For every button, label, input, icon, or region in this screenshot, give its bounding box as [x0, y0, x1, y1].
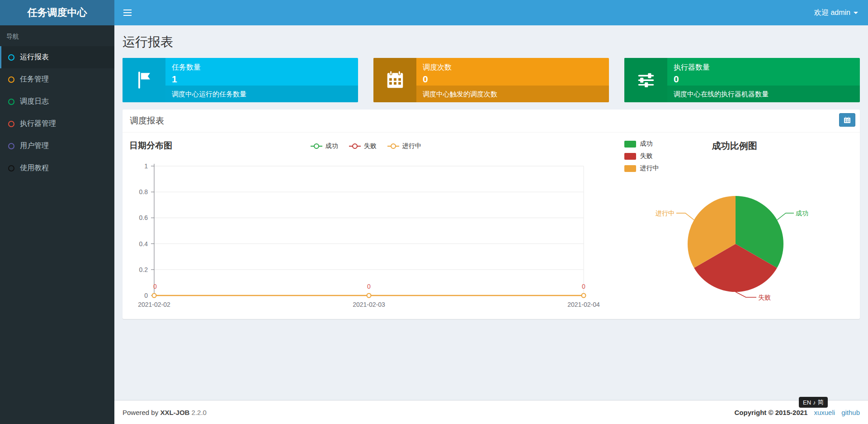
stat-card-job-count: 任务数量 1 调度中心运行的任务数量 [123, 58, 358, 102]
pie-chart-title: 成功比例图 [609, 140, 860, 152]
pie-slices[interactable] [688, 196, 783, 292]
legend-item-in-progress[interactable]: 进行中 [387, 142, 421, 150]
y-tick-label: 0.2 [139, 266, 148, 273]
stat-card-executor-count: 执行器数量 0 调度中心在线的执行器机器数量 [624, 58, 860, 102]
x-tick-label: 2021-02-04 [567, 301, 600, 308]
sidebar-item-job-management[interactable]: 任务管理 [0, 68, 114, 91]
dispatch-report-panel: 调度报表 日期分布 [123, 110, 860, 319]
sidebar-item-tutorial[interactable]: 使用教程 [0, 157, 114, 179]
stat-card-body: 调度次数 0 调度中心触发的调度次数 [416, 58, 609, 102]
sidebar-item-user-management[interactable]: 用户管理 [0, 135, 114, 157]
point-label: 0 [582, 283, 585, 290]
footer-powered-by: Powered by XXL-JOB 2.2.0 [123, 409, 207, 416]
stat-card-value: 1 [172, 74, 352, 85]
footer-copyright: Copyright © 2015-2021 xuxueli github [734, 409, 860, 416]
circle-outline-icon [8, 121, 14, 127]
legend-label: 进行中 [402, 142, 421, 150]
y-tick-label: 0 [144, 292, 148, 299]
product-name: XXL-JOB [160, 409, 189, 416]
hamburger-icon[interactable] [114, 0, 141, 25]
panel-title: 调度报表 [130, 115, 164, 127]
legend-label: 成功 [326, 142, 338, 150]
stat-card-value: 0 [423, 74, 603, 85]
sidebar-item-label: 任务管理 [20, 75, 49, 84]
stat-cards-row: 任务数量 1 调度中心运行的任务数量 [123, 58, 860, 102]
stat-card-body: 执行器数量 0 调度中心在线的执行器机器数量 [667, 58, 860, 102]
y-tick-label: 0.8 [139, 188, 148, 195]
circle-outline-icon [8, 76, 14, 83]
stat-card-label: 执行器数量 [674, 63, 854, 72]
sidebar-section-label: 导航 [0, 25, 114, 46]
legend-label: 失败 [364, 142, 377, 150]
stat-card-dispatch-count: 调度次数 0 调度中心触发的调度次数 [373, 58, 609, 102]
calendar-icon [844, 116, 851, 124]
line-marker-icon [311, 146, 322, 147]
stat-card-label: 任务数量 [172, 63, 352, 72]
sliders-icon [624, 58, 667, 102]
point-label: 0 [367, 283, 371, 290]
ime-indicator: EN ♪ 简 [799, 397, 828, 408]
user-menu[interactable]: 欢迎 admin [804, 0, 868, 25]
sidebar-item-label: 执行器管理 [20, 119, 56, 129]
navbar: 欢迎 admin [114, 0, 868, 25]
flag-icon [123, 58, 165, 102]
sidebar-item-label: 调度日志 [20, 97, 49, 106]
y-tick-label: 1 [144, 162, 148, 170]
pie-label-fail: 失败 [758, 294, 771, 301]
line-chart-header: 日期分布图 成功 失败 进 [123, 133, 609, 152]
stat-card-description: 调度中心运行的任务数量 [165, 86, 358, 102]
legend-item-success[interactable]: 成功 [311, 142, 338, 150]
line-marker-icon [387, 146, 399, 147]
github-link[interactable]: github [841, 409, 860, 416]
sidebar-menu: 运行报表 任务管理 调度日志 执行器管理 用户管理 使用教程 [0, 46, 114, 179]
success-ratio-chart: 成功 失败 进行中 成功比例图 [609, 133, 860, 315]
panel-body: 日期分布图 成功 失败 进 [123, 133, 860, 319]
x-tick-label: 2021-02-02 [138, 301, 170, 308]
legend-item-fail[interactable]: 失败 [624, 152, 659, 160]
chevron-down-icon [854, 12, 858, 14]
welcome-text: 欢迎 admin [814, 8, 850, 18]
sidebar: 导航 运行报表 任务管理 调度日志 执行器管理 用户管理 使用教程 [0, 25, 114, 424]
point-label: 0 [153, 283, 157, 290]
legend-swatch-icon [624, 153, 636, 160]
pie-label-in-progress: 进行中 [656, 210, 675, 217]
stat-card-value: 0 [674, 74, 854, 85]
legend-item-fail[interactable]: 失败 [349, 142, 377, 150]
sidebar-item-label: 用户管理 [20, 141, 49, 151]
page-title: 运行报表 [123, 25, 860, 58]
main-wrapper: 运行报表 任务数量 1 调度中心运行的任务数量 [114, 0, 868, 424]
ime-en-label: EN [803, 399, 811, 406]
circle-outline-icon [8, 165, 14, 172]
date-range-button[interactable] [839, 113, 855, 127]
app-logo[interactable]: 任务调度中心 [0, 0, 114, 25]
copyright-text: Copyright © 2015-2021 [734, 409, 807, 416]
pie-plot: 成功 失败 进行中 [609, 166, 853, 315]
line-chart-title: 日期分布图 [129, 140, 172, 152]
pie-label-success: 成功 [796, 210, 808, 217]
sidebar-item-label: 运行报表 [20, 52, 49, 62]
ime-mode-icon: ♪ [813, 399, 816, 406]
line-chart-legend: 成功 失败 进行中 [311, 142, 421, 150]
powered-prefix: Powered by [123, 409, 158, 416]
circle-outline-icon [8, 54, 14, 61]
circle-outline-icon [8, 99, 14, 105]
circle-outline-icon [8, 143, 14, 149]
footer: Powered by XXL-JOB 2.2.0 Copyright © 201… [114, 400, 868, 424]
calendar-icon [373, 58, 416, 102]
stat-card-description: 调度中心在线的执行器机器数量 [667, 86, 860, 102]
xuxueli-link[interactable]: xuxueli [814, 409, 835, 416]
ime-simplified-label: 简 [818, 398, 824, 406]
x-tick-label: 2021-02-03 [353, 301, 385, 308]
legend-label: 失败 [640, 152, 652, 160]
sidebar-item-label: 使用教程 [20, 163, 49, 173]
sidebar-item-dispatch-log[interactable]: 调度日志 [0, 91, 114, 113]
stat-card-body: 任务数量 1 调度中心运行的任务数量 [165, 58, 358, 102]
stat-card-label: 调度次数 [423, 63, 603, 72]
panel-header: 调度报表 [123, 110, 860, 133]
sidebar-item-executor-management[interactable]: 执行器管理 [0, 113, 114, 135]
y-tick-label: 0.4 [139, 240, 148, 248]
date-distribution-chart: 日期分布图 成功 失败 进 [123, 133, 609, 315]
line-marker-icon [349, 146, 361, 147]
top-navbar: 任务调度中心 欢迎 admin [0, 0, 868, 25]
sidebar-item-run-report[interactable]: 运行报表 [0, 46, 114, 68]
